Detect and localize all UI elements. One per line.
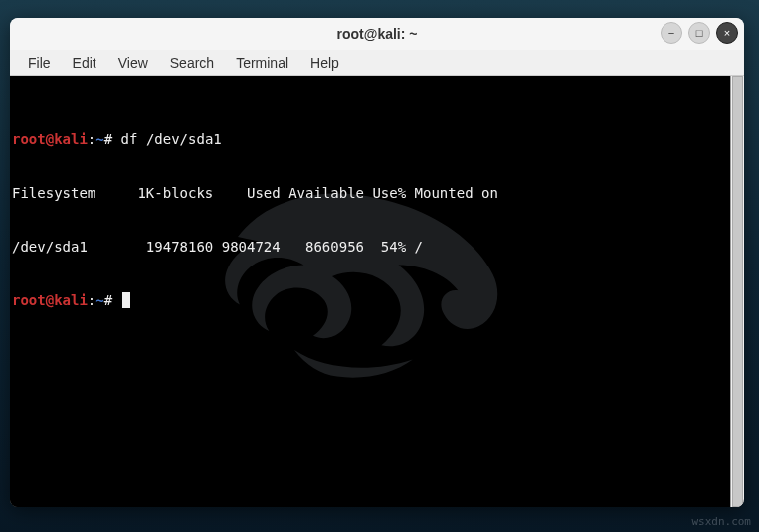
- menu-terminal[interactable]: Terminal: [226, 52, 298, 74]
- terminal-area: root@kali:~# df /dev/sda1 Filesystem 1K-…: [10, 76, 744, 507]
- terminal-output-header: Filesystem 1K-blocks Used Available Use%…: [12, 184, 728, 202]
- prompt-path: ~: [95, 131, 103, 147]
- menu-view[interactable]: View: [108, 52, 158, 74]
- close-button[interactable]: ×: [716, 22, 738, 44]
- kali-dragon-icon: [181, 125, 559, 424]
- menu-file[interactable]: File: [18, 52, 61, 74]
- window-controls: − □ ×: [661, 22, 738, 44]
- maximize-button[interactable]: □: [688, 22, 710, 44]
- prompt-path: ~: [95, 292, 103, 308]
- command-text: df /dev/sda1: [112, 131, 222, 147]
- menu-edit[interactable]: Edit: [63, 52, 106, 74]
- prompt-user: root@kali: [12, 292, 88, 308]
- terminal-window: root@kali: ~ − □ × File Edit View Search…: [10, 18, 744, 507]
- terminal[interactable]: root@kali:~# df /dev/sda1 Filesystem 1K-…: [10, 76, 730, 507]
- cursor: [122, 292, 130, 308]
- close-icon: ×: [724, 27, 730, 39]
- terminal-output-row: /dev/sda1 19478160 9804724 8660956 54% /: [12, 238, 728, 256]
- terminal-line-prompt-2: root@kali:~#: [12, 291, 728, 309]
- maximize-icon: □: [696, 27, 703, 39]
- menubar: File Edit View Search Terminal Help: [10, 50, 744, 76]
- minimize-button[interactable]: −: [661, 22, 682, 44]
- scrollbar[interactable]: [730, 76, 744, 507]
- prompt-mark: #: [104, 292, 112, 308]
- prompt-user: root@kali: [12, 131, 88, 147]
- menu-help[interactable]: Help: [300, 52, 349, 74]
- menu-search[interactable]: Search: [160, 52, 224, 74]
- watermark: wsxdn.com: [691, 515, 751, 528]
- titlebar[interactable]: root@kali: ~ − □ ×: [10, 18, 744, 50]
- minimize-icon: −: [668, 27, 674, 39]
- window-title: root@kali: ~: [337, 26, 418, 42]
- scrollbar-thumb[interactable]: [732, 76, 743, 507]
- prompt-mark: #: [104, 131, 112, 147]
- terminal-line-prompt-1: root@kali:~# df /dev/sda1: [12, 130, 728, 148]
